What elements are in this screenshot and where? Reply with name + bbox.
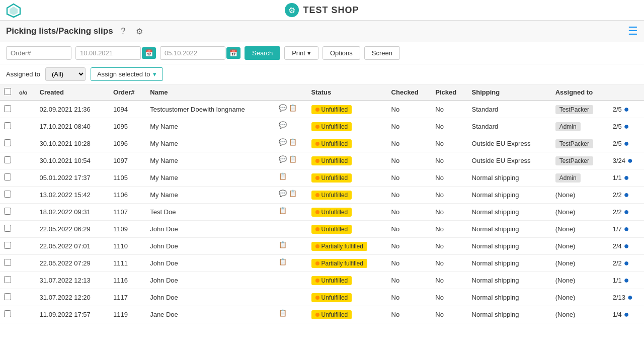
count-dot-button[interactable]: ● <box>624 121 629 132</box>
count-dot-button[interactable]: ● <box>624 190 629 200</box>
screen-button[interactable]: Screen <box>364 46 400 60</box>
count-text: 3/24 <box>613 157 625 164</box>
row-action-icons: 📋 <box>275 238 307 251</box>
row-checkbox[interactable] <box>4 139 11 146</box>
row-created: 22.05.2022 07:29 <box>36 255 109 272</box>
row-created: 17.10.2021 08:40 <box>36 118 109 135</box>
help-button[interactable]: ? <box>117 25 129 37</box>
col-name[interactable]: Name <box>146 84 274 101</box>
count-dot-button[interactable]: ● <box>624 104 629 115</box>
row-checkbox[interactable] <box>4 225 11 232</box>
settings-button[interactable]: ⚙ <box>133 25 145 37</box>
row-order-number[interactable]: 1105 <box>109 169 146 187</box>
row-order-number[interactable]: 1095 <box>109 118 146 135</box>
table-row: 13.02.2022 15:421106My Name💬📋Unfulfilled… <box>0 187 644 204</box>
col-checked[interactable]: Checked <box>387 84 432 101</box>
date-to-calendar-button[interactable]: 📅 <box>226 47 240 59</box>
row-order-number[interactable]: 1094 <box>109 101 146 118</box>
comment-icon[interactable]: 💬 <box>279 121 287 129</box>
row-checkbox[interactable] <box>4 105 11 112</box>
row-count: 2/2● <box>609 204 644 221</box>
document-icon[interactable]: 📋 <box>279 258 287 265</box>
count-dot-button[interactable]: ● <box>624 224 629 234</box>
date-from-group: 📅 <box>75 46 156 60</box>
row-checkbox[interactable] <box>4 276 11 283</box>
document-icon[interactable]: 📋 <box>289 190 297 197</box>
count-dot-button[interactable]: ● <box>624 241 629 251</box>
row-order-number[interactable]: 1096 <box>109 135 146 152</box>
row-checkbox[interactable] <box>4 310 11 317</box>
row-order-number[interactable]: 1097 <box>109 152 146 169</box>
comment-icon[interactable]: 💬 <box>279 104 287 112</box>
row-checkbox[interactable] <box>4 191 11 198</box>
select-all-checkbox[interactable] <box>4 88 11 95</box>
row-customer-name: Testcustomer Doewith longname <box>146 101 274 118</box>
print-button[interactable]: Print ▾ <box>284 46 318 60</box>
count-dot-button[interactable]: ● <box>627 155 633 166</box>
assign-selected-button[interactable]: Assign selected to ▾ <box>91 67 164 81</box>
document-icon[interactable]: 📋 <box>279 309 287 317</box>
status-badge: Unfulfilled <box>311 310 352 319</box>
assigned-to-select[interactable]: (All) <box>45 67 86 81</box>
row-order-number[interactable]: 1119 <box>109 306 146 323</box>
comment-icon[interactable]: 💬 <box>279 155 287 163</box>
row-order-number[interactable]: 1111 <box>109 255 146 272</box>
document-icon[interactable]: 📋 <box>289 155 297 163</box>
row-order-number[interactable]: 1109 <box>109 221 146 238</box>
col-status[interactable]: Status <box>307 84 387 101</box>
count-dot-button[interactable]: ● <box>624 138 629 149</box>
count-dot-button[interactable]: ● <box>624 309 629 320</box>
options-button[interactable]: Options <box>323 46 360 60</box>
count-cell: 2/2● <box>613 207 640 217</box>
row-checkbox-cell <box>0 135 15 152</box>
row-checkbox-cell <box>0 272 15 289</box>
date-from-calendar-button[interactable]: 📅 <box>142 47 156 59</box>
document-icon[interactable]: 📋 <box>289 104 297 112</box>
row-order-number[interactable]: 1117 <box>109 289 146 306</box>
row-checkbox[interactable] <box>4 242 11 249</box>
date-from-input[interactable] <box>75 46 141 60</box>
row-checkbox-cell <box>0 204 15 221</box>
document-icon[interactable]: 📋 <box>289 138 297 146</box>
order-search-input[interactable] <box>6 46 71 60</box>
row-created: 11.09.2022 17:57 <box>36 306 109 323</box>
col-picked[interactable]: Picked <box>431 84 467 101</box>
document-icon[interactable]: 📋 <box>279 172 287 180</box>
row-order-number[interactable]: 1110 <box>109 238 146 255</box>
col-shipping[interactable]: Shipping <box>468 84 551 101</box>
row-count: 2/4● <box>609 238 644 255</box>
search-button[interactable]: Search <box>245 46 280 60</box>
row-order-number[interactable]: 1107 <box>109 204 146 221</box>
count-text: 2/5 <box>613 140 622 147</box>
count-dot-button[interactable]: ● <box>627 292 633 303</box>
hamburger-menu-button[interactable]: ☰ <box>628 25 638 38</box>
row-checkbox[interactable] <box>4 173 11 180</box>
row-checkbox[interactable] <box>4 259 11 266</box>
row-order-number[interactable]: 1106 <box>109 187 146 204</box>
row-order-number[interactable]: 1116 <box>109 272 146 289</box>
row-checkbox[interactable] <box>4 208 11 215</box>
count-dot-button[interactable]: ● <box>624 172 629 183</box>
row-count: 1/1● <box>609 272 644 289</box>
row-oo <box>15 187 36 204</box>
table-header: o/o Created Order# Name Status Checked P… <box>0 84 644 101</box>
document-icon[interactable]: 📋 <box>279 241 287 248</box>
row-action-icons: 💬📋 <box>275 135 307 149</box>
col-order[interactable]: Order# <box>109 84 146 101</box>
document-icon[interactable]: 📋 <box>279 207 287 214</box>
row-created: 22.05.2022 07:01 <box>36 238 109 255</box>
count-dot-button[interactable]: ● <box>624 275 629 286</box>
date-to-input[interactable] <box>160 46 225 60</box>
row-checkbox[interactable] <box>4 293 11 300</box>
col-created[interactable]: Created <box>36 84 109 101</box>
comment-icon[interactable]: 💬 <box>279 190 287 197</box>
count-cell: 2/5● <box>613 138 640 149</box>
row-checkbox[interactable] <box>4 122 11 129</box>
comment-icon[interactable]: 💬 <box>279 138 287 146</box>
row-created: 02.09.2021 21:36 <box>36 101 109 118</box>
row-checkbox[interactable] <box>4 156 11 163</box>
count-dot-button[interactable]: ● <box>624 258 629 268</box>
count-text: 2/2 <box>613 259 622 267</box>
col-assigned-to[interactable]: Assigned to <box>551 84 609 101</box>
count-dot-button[interactable]: ● <box>624 207 629 217</box>
